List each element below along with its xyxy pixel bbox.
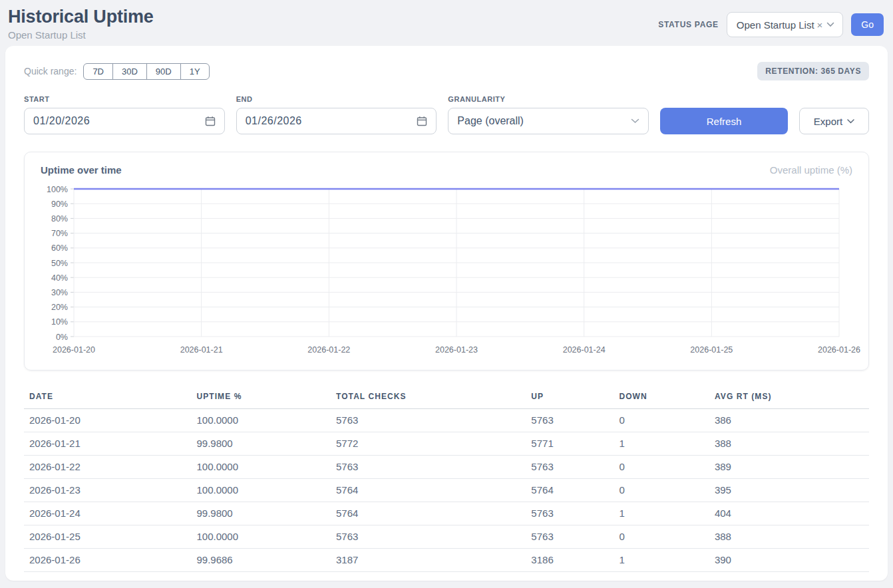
table-cell: 1 (614, 432, 709, 456)
chevron-down-icon (847, 119, 854, 124)
granularity-label: GRANULARITY (448, 95, 649, 103)
header-controls: STATUS PAGE Open Startup List × Go (658, 12, 884, 37)
table-cell: 5764 (331, 479, 526, 502)
y-axis-tick-label: 90% (51, 200, 68, 209)
end-label: END (236, 95, 437, 103)
quick-range-90d[interactable]: 90D (146, 63, 181, 80)
table-cell: 5763 (526, 525, 614, 549)
quick-range-row: Quick range: 7D30D90D1Y RETENTION: 365 D… (24, 62, 869, 80)
status-page-label: STATUS PAGE (658, 20, 719, 29)
y-axis-tick-label: 60% (51, 243, 68, 253)
table-cell: 0 (614, 479, 709, 502)
column-header: UPTIME % (191, 386, 331, 409)
table-cell: 99.9800 (191, 502, 331, 525)
table-cell: 100.0000 (191, 479, 331, 502)
main-panel: Quick range: 7D30D90D1Y RETENTION: 365 D… (5, 46, 888, 581)
table-cell: 1 (614, 502, 709, 525)
page-header: Historical Uptime Open Startup List STAT… (0, 0, 893, 45)
table-cell: 404 (709, 502, 869, 525)
go-button[interactable]: Go (851, 13, 884, 36)
table-cell: 0 (614, 409, 709, 432)
table-cell: 99.9800 (191, 432, 331, 456)
filter-form: START 01/20/2026 END 01/26/2026 GRANULAR… (24, 95, 869, 134)
quick-range-group: 7D30D90D1Y (83, 63, 209, 80)
start-date-input[interactable]: 01/20/2026 (24, 108, 225, 134)
table-cell: 100.0000 (191, 409, 331, 432)
table-cell: 2026-01-25 (24, 525, 191, 549)
x-axis-tick-label: 2026-01-25 (690, 345, 733, 355)
y-axis-tick-label: 10% (51, 317, 68, 327)
status-page-value: Open Startup List (737, 19, 814, 31)
table-row: 2026-01-22100.0000576357630389 (24, 456, 869, 479)
column-header: DATE (24, 386, 191, 409)
page-subtitle: Open Startup List (8, 29, 154, 41)
table-cell: 386 (709, 409, 869, 432)
quick-range-label: Quick range: (24, 66, 77, 76)
end-date-value: 01/26/2026 (246, 115, 302, 127)
y-axis-tick-label: 40% (51, 273, 68, 283)
table-row: 2026-01-2199.9800577257711388 (24, 432, 869, 456)
table-cell: 5771 (526, 432, 614, 456)
table-cell: 2026-01-20 (24, 409, 191, 432)
quick-range-30d[interactable]: 30D (112, 63, 147, 80)
column-header: AVG RT (MS) (709, 386, 869, 409)
table-cell: 100.0000 (191, 525, 331, 549)
table-cell: 388 (709, 525, 869, 549)
status-page-select[interactable]: Open Startup List × (727, 12, 844, 37)
table-cell: 5763 (331, 456, 526, 479)
x-axis-tick-label: 2026-01-20 (53, 345, 95, 355)
chart-header: Uptime over time Overall uptime (%) (39, 164, 854, 176)
table-row: 2026-01-23100.0000576457640395 (24, 479, 869, 502)
y-axis-tick-label: 70% (51, 229, 68, 238)
y-axis-tick-label: 0% (56, 333, 68, 342)
y-axis-tick-label: 30% (51, 288, 68, 297)
title-block: Historical Uptime Open Startup List (8, 7, 154, 41)
granularity-select[interactable]: Page (overall) (448, 108, 649, 134)
refresh-button[interactable]: Refresh (660, 108, 788, 134)
granularity-value: Page (overall) (457, 115, 524, 127)
chart-title: Uptime over time (41, 164, 122, 176)
end-date-input[interactable]: 01/26/2026 (236, 108, 437, 134)
table-cell: 0 (614, 456, 709, 479)
uptime-table: DATEUPTIME %TOTAL CHECKSUPDOWNAVG RT (MS… (24, 386, 869, 572)
start-field-group: START 01/20/2026 (24, 95, 225, 134)
chevron-down-icon (631, 118, 639, 124)
table-cell: 390 (709, 549, 869, 572)
table-cell: 2026-01-21 (24, 432, 191, 456)
table-cell: 389 (709, 456, 869, 479)
calendar-icon[interactable] (417, 116, 427, 126)
export-button[interactable]: Export (799, 108, 869, 134)
table-cell: 2026-01-22 (24, 456, 191, 479)
x-axis-tick-label: 2026-01-26 (818, 345, 860, 355)
x-axis-tick-label: 2026-01-24 (563, 345, 606, 355)
x-axis-tick-label: 2026-01-23 (435, 345, 478, 355)
column-header: TOTAL CHECKS (331, 386, 526, 409)
table-cell: 5763 (331, 525, 526, 549)
table-cell: 2026-01-23 (24, 479, 191, 502)
table-cell: 5772 (331, 432, 526, 456)
y-axis-tick-label: 50% (51, 259, 68, 268)
table-row: 2026-01-20100.0000576357630386 (24, 409, 869, 432)
table-cell: 0 (614, 525, 709, 549)
y-axis-tick-label: 20% (51, 303, 68, 312)
table-cell: 5763 (526, 456, 614, 479)
table-header-row: DATEUPTIME %TOTAL CHECKSUPDOWNAVG RT (MS… (24, 386, 869, 409)
clear-icon[interactable]: × (817, 19, 823, 31)
retention-badge: RETENTION: 365 DAYS (757, 62, 869, 80)
table-cell: 5764 (331, 502, 526, 525)
quick-range-7d[interactable]: 7D (83, 63, 113, 80)
table-cell: 5763 (331, 409, 526, 432)
quick-range-1y[interactable]: 1Y (180, 63, 210, 80)
table-cell: 2026-01-26 (24, 549, 191, 572)
table-cell: 5763 (526, 502, 614, 525)
table-cell: 395 (709, 479, 869, 502)
uptime-line-chart: 0%10%20%30%40%50%60%70%80%90%100%2026-01… (39, 182, 854, 361)
granularity-field-group: GRANULARITY Page (overall) (448, 95, 649, 134)
table-cell: 100.0000 (191, 456, 331, 479)
y-axis-tick-label: 80% (51, 214, 68, 223)
page-title: Historical Uptime (8, 7, 154, 27)
table-row: 2026-01-2699.9686318731861390 (24, 549, 869, 572)
table-cell: 3186 (526, 549, 614, 572)
calendar-icon[interactable] (205, 116, 216, 126)
column-header: DOWN (614, 386, 709, 409)
